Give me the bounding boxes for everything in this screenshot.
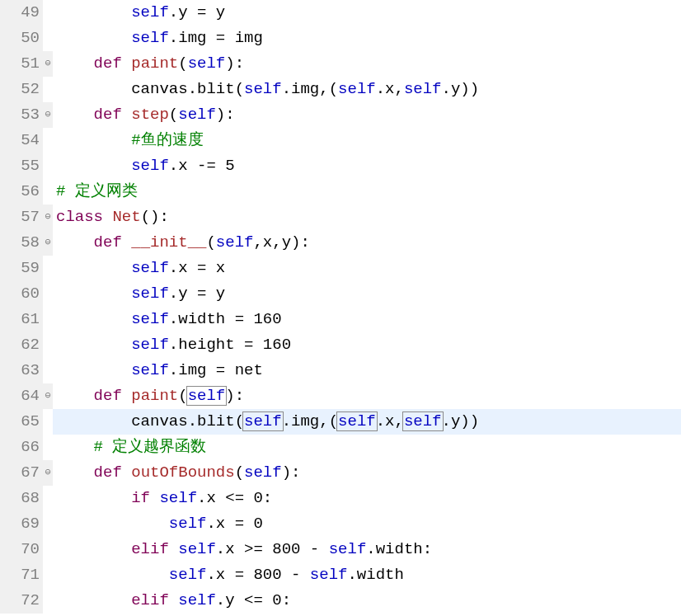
- code-token: self: [178, 540, 216, 558]
- code-content[interactable]: elif self.x >= 800 - self.width:: [53, 537, 681, 562]
- line-number: 56: [0, 179, 43, 205]
- code-line[interactable]: 63 self.img = net: [0, 358, 681, 383]
- code-line[interactable]: 68 if self.x <= 0:: [0, 486, 681, 511]
- code-editor[interactable]: 49 self.y = y50 self.img = img51⊖ def pa…: [0, 0, 681, 614]
- code-token: [56, 438, 94, 456]
- code-token: .x = 0: [206, 515, 262, 533]
- code-line[interactable]: 64⊖ def paint(self):: [0, 383, 681, 409]
- code-line[interactable]: 57⊖class Net():: [0, 205, 681, 230]
- code-token: [122, 106, 131, 124]
- code-line[interactable]: 60 self.y = y: [0, 281, 681, 307]
- code-line[interactable]: 56# 定义网类: [0, 179, 681, 205]
- code-content[interactable]: elif self.y <= 0:: [53, 588, 681, 614]
- code-content[interactable]: #鱼的速度: [53, 128, 681, 153]
- code-token: .x,: [376, 412, 404, 430]
- code-line[interactable]: 55 self.x -= 5: [0, 153, 681, 179]
- code-token: [103, 208, 112, 226]
- code-token: def: [94, 106, 122, 124]
- code-line[interactable]: 49 self.y = y: [0, 0, 681, 26]
- line-number: 61: [0, 307, 43, 332]
- code-content[interactable]: # 定义越界函数: [53, 435, 681, 460]
- code-token: self: [329, 540, 367, 558]
- code-token: self: [244, 463, 282, 482]
- code-token: .x = 800 -: [206, 566, 309, 584]
- code-token: .x,: [376, 80, 404, 98]
- code-line[interactable]: 69 self.x = 0: [0, 511, 681, 537]
- code-token: self: [131, 3, 169, 21]
- code-content[interactable]: self.img = net: [53, 358, 681, 383]
- code-token: [56, 310, 131, 328]
- code-line[interactable]: 59 self.x = x: [0, 256, 681, 281]
- code-token: self: [178, 106, 216, 124]
- code-content[interactable]: self.y = y: [53, 0, 681, 26]
- code-token: ):: [225, 54, 244, 73]
- code-token: canvas.blit(: [56, 412, 244, 430]
- code-content[interactable]: class Net():: [53, 205, 681, 230]
- code-line[interactable]: 65 canvas.blit(self.img,(self.x,self.y)): [0, 409, 681, 435]
- fold-icon[interactable]: ⊖: [43, 205, 53, 230]
- code-content[interactable]: canvas.blit(self.img,(self.x,self.y)): [53, 77, 681, 102]
- line-number: 64: [0, 383, 43, 409]
- code-content[interactable]: def paint(self):: [53, 383, 681, 409]
- code-content[interactable]: def paint(self):: [53, 51, 681, 77]
- code-line[interactable]: 72 elif self.y <= 0:: [0, 588, 681, 614]
- code-line[interactable]: 52 canvas.blit(self.img,(self.x,self.y)): [0, 77, 681, 102]
- code-line[interactable]: 58⊖ def __init__(self,x,y):: [0, 230, 681, 256]
- code-line[interactable]: 71 self.x = 800 - self.width: [0, 562, 681, 588]
- line-number: 69: [0, 511, 43, 537]
- line-number: 58: [0, 230, 43, 256]
- code-token: self: [131, 259, 169, 277]
- code-token: # 定义网类: [56, 182, 138, 200]
- code-content[interactable]: self.y = y: [53, 281, 681, 307]
- fold-icon[interactable]: ⊖: [43, 102, 53, 128]
- code-token: .img,(: [282, 80, 338, 98]
- code-content[interactable]: def __init__(self,x,y):: [53, 230, 681, 256]
- code-token: [56, 157, 131, 175]
- code-line[interactable]: 54 #鱼的速度: [0, 128, 681, 153]
- code-token: .x >= 800 -: [216, 540, 329, 558]
- code-content[interactable]: self.x -= 5: [53, 153, 681, 179]
- code-content[interactable]: if self.x <= 0:: [53, 486, 681, 511]
- fold-icon[interactable]: ⊖: [43, 460, 53, 486]
- fold-icon[interactable]: ⊖: [43, 230, 53, 256]
- code-line[interactable]: 62 self.height = 160: [0, 332, 681, 358]
- code-content[interactable]: self.x = 800 - self.width: [53, 562, 681, 588]
- code-content[interactable]: self.img = img: [53, 26, 681, 51]
- code-line[interactable]: 67⊖ def outOfBounds(self):: [0, 460, 681, 486]
- code-token: ,x,y):: [253, 233, 309, 252]
- code-line[interactable]: 61 self.width = 160: [0, 307, 681, 332]
- code-line[interactable]: 53⊖ def step(self):: [0, 102, 681, 128]
- fold-icon[interactable]: ⊖: [43, 383, 53, 409]
- code-content[interactable]: def step(self):: [53, 102, 681, 128]
- code-token: [56, 566, 169, 584]
- code-token: [122, 233, 131, 252]
- fold-icon[interactable]: ⊖: [43, 51, 53, 77]
- code-content[interactable]: self.width = 160: [53, 307, 681, 332]
- line-number: 54: [0, 128, 43, 153]
- code-token: [56, 489, 131, 507]
- code-token: [122, 463, 131, 482]
- code-token: paint: [131, 387, 178, 405]
- code-content[interactable]: # 定义网类: [53, 179, 681, 205]
- code-line[interactable]: 70 elif self.x >= 800 - self.width:: [0, 537, 681, 562]
- line-number: 71: [0, 562, 43, 588]
- code-token: (: [178, 54, 187, 73]
- line-number: 70: [0, 537, 43, 562]
- code-token: [56, 361, 131, 379]
- code-token: canvas.blit(: [56, 80, 244, 98]
- code-content[interactable]: self.height = 160: [53, 332, 681, 358]
- code-token: .y)): [442, 412, 480, 430]
- code-content[interactable]: def outOfBounds(self):: [53, 460, 681, 486]
- code-line[interactable]: 66 # 定义越界函数: [0, 435, 681, 460]
- code-token: .x <= 0:: [197, 489, 272, 507]
- code-line[interactable]: 51⊖ def paint(self):: [0, 51, 681, 77]
- code-token: def: [94, 387, 122, 405]
- code-content[interactable]: self.x = x: [53, 256, 681, 281]
- code-content[interactable]: canvas.blit(self.img,(self.x,self.y)): [53, 409, 681, 435]
- code-content[interactable]: self.x = 0: [53, 511, 681, 537]
- code-token: .width: [347, 566, 403, 584]
- code-line[interactable]: 50 self.img = img: [0, 26, 681, 51]
- code-token: self: [169, 515, 207, 533]
- code-token: ():: [141, 208, 169, 226]
- code-token: self: [131, 361, 169, 379]
